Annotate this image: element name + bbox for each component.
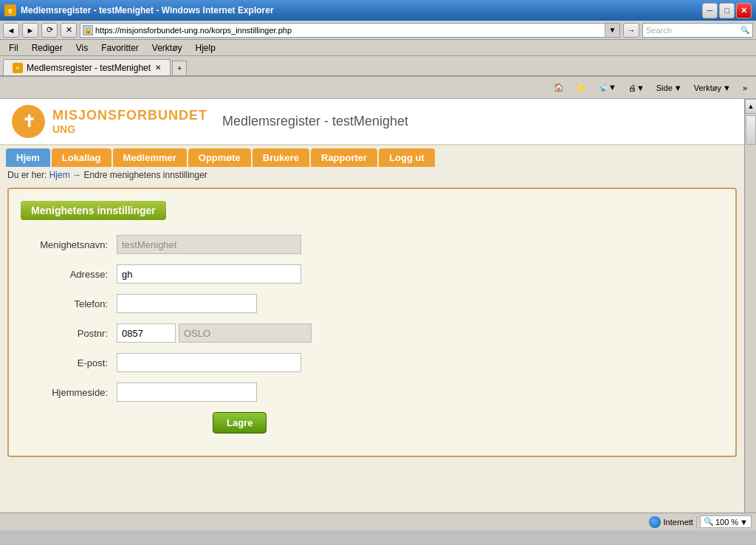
window-controls: ─ □ ✕ xyxy=(702,3,752,18)
menu-bar: Fil Rediger Vis Favoritter Verktøy Hjelp xyxy=(0,40,756,56)
stop-button[interactable]: ✕ xyxy=(61,23,77,38)
page-wrapper: ✝ MISJONSFORBUNDET UNG Medlemsregister -… xyxy=(0,99,744,513)
label-hjemmeside: Hjemmeside: xyxy=(21,387,117,398)
zone-icon xyxy=(649,516,661,528)
forward-button[interactable]: ► xyxy=(22,23,38,38)
url-dropdown[interactable]: ▼ xyxy=(605,24,619,37)
window-icon: e xyxy=(4,4,16,16)
nav-tab-hjem[interactable]: Hjem xyxy=(6,148,50,167)
minimize-button[interactable]: ─ xyxy=(702,3,718,18)
menu-fil[interactable]: Fil xyxy=(3,41,24,55)
input-epost[interactable] xyxy=(117,353,301,372)
browser-content: ▲ ✝ MISJONSFORBUNDET UNG Medlemsregister… xyxy=(0,99,756,513)
breadcrumb-arrow: → xyxy=(72,170,81,180)
browser-tabs-bar: e Medlemsregister - testMenighet ✕ + xyxy=(0,56,756,77)
close-button[interactable]: ✕ xyxy=(736,3,752,18)
input-menighetsnavn[interactable] xyxy=(117,235,301,254)
page-heading: Medlemsregister - testMenighet xyxy=(222,114,408,129)
url-display[interactable]: https://misjonsforbundet-ung.no/korps_in… xyxy=(95,26,605,35)
breadcrumb: Du er her: Hjem → Endre menighetens inns… xyxy=(0,167,744,183)
form-row-menighetsnavn: Menighetsnavn: xyxy=(21,235,724,254)
extend-button[interactable]: » xyxy=(738,82,752,94)
form-row-telefon: Telefon: xyxy=(21,294,724,313)
input-postnr[interactable] xyxy=(117,323,176,343)
go-button[interactable]: → xyxy=(623,23,639,38)
menu-vis[interactable]: Vis xyxy=(70,41,94,55)
label-postnr: Postnr: xyxy=(21,328,117,339)
zoom-level: 100 % xyxy=(715,518,738,527)
nav-tab-logg-ut[interactable]: Logg ut xyxy=(379,148,435,167)
logo-line2: UNG xyxy=(52,123,207,135)
maximize-button[interactable]: □ xyxy=(719,3,735,18)
home-toolbar-button[interactable]: 🏠 xyxy=(549,81,568,94)
window-title: Medlemsregister - testMenighet - Windows… xyxy=(21,5,702,16)
tab-close-icon[interactable]: ✕ xyxy=(155,64,161,72)
logo-icon: ✝ xyxy=(12,105,45,138)
form-row-postnr: Postnr: xyxy=(21,323,724,343)
address-bar: ◄ ► ⟳ ✕ 🔒 https://misjonsforbundet-ung.n… xyxy=(0,21,756,40)
page-button[interactable]: Side ▼ xyxy=(652,82,687,94)
tools-button[interactable]: Verktøy ▼ xyxy=(690,82,735,94)
scroll-up-button[interactable]: ▲ xyxy=(745,99,756,114)
menu-verktoy[interactable]: Verktøy xyxy=(146,41,188,55)
browser-tab-label: Medlemsregister - testMenighet xyxy=(27,63,151,73)
scrollbar-track[interactable]: ▲ xyxy=(744,99,756,513)
nav-tab-lokallag[interactable]: Lokallag xyxy=(52,148,111,167)
form-row-save: Lagre xyxy=(21,412,724,433)
menu-favoritter[interactable]: Favoritter xyxy=(95,41,145,55)
menu-rediger[interactable]: Rediger xyxy=(26,41,69,55)
title-bar: e Medlemsregister - testMenighet - Windo… xyxy=(0,0,756,21)
search-placeholder: Search xyxy=(646,26,740,35)
search-box[interactable]: Search 🔍 xyxy=(642,23,753,38)
toolbar: 🏠 ⭐ 📡▼ 🖨▼ Side ▼ Verktøy ▼ » xyxy=(0,77,756,99)
input-postnr-city xyxy=(179,323,312,343)
search-icon: 🔍 xyxy=(740,26,749,34)
security-icon: 🔒 xyxy=(83,25,93,35)
breadcrumb-home[interactable]: Hjem xyxy=(49,170,70,180)
status-bar: Internett 🔍 100 % ▼ xyxy=(0,513,756,530)
logo-text: MISJONSFORBUNDET UNG xyxy=(52,108,207,135)
postnr-group xyxy=(117,323,312,343)
zoom-dropdown-icon[interactable]: ▼ xyxy=(740,518,748,527)
page-header: ✝ MISJONSFORBUNDET UNG Medlemsregister -… xyxy=(0,99,744,145)
status-divider xyxy=(696,516,697,528)
nav-tabs: Hjem Lokallag Medlemmer Oppmøte Brukere … xyxy=(0,145,744,167)
nav-tab-rapporter[interactable]: Rapporter xyxy=(311,148,377,167)
form-row-hjemmeside: Hjemmeside: xyxy=(21,383,724,402)
settings-form: Menighetsnavn: Adresse: Telefon: Postnr: xyxy=(21,235,724,433)
back-button[interactable]: ◄ xyxy=(3,23,19,38)
tab-favicon: e xyxy=(13,63,23,73)
label-menighetsnavn: Menighetsnavn: xyxy=(21,239,117,250)
refresh-button[interactable]: ⟳ xyxy=(41,23,58,38)
nav-tab-medlemmer[interactable]: Medlemmer xyxy=(113,148,187,167)
print-button[interactable]: 🖨▼ xyxy=(624,82,649,94)
status-right: Internett 🔍 100 % ▼ xyxy=(649,515,752,528)
new-tab-button[interactable]: + xyxy=(172,61,187,75)
form-row-adresse: Adresse: xyxy=(21,264,724,284)
zoom-indicator[interactable]: 🔍 100 % ▼ xyxy=(700,515,752,528)
zoom-icon: 🔍 xyxy=(704,517,714,527)
zone-label: Internett xyxy=(664,518,693,527)
label-epost: E-post: xyxy=(21,357,117,369)
favorites-toolbar-button[interactable]: ⭐ xyxy=(571,81,591,94)
save-button[interactable]: Lagre xyxy=(213,412,267,433)
breadcrumb-prefix: Du er her: xyxy=(7,170,47,180)
nav-tab-oppmate[interactable]: Oppmøte xyxy=(188,148,251,167)
scrollbar-thumb[interactable] xyxy=(746,115,756,145)
menu-hjelp[interactable]: Hjelp xyxy=(190,41,221,55)
input-hjemmeside[interactable] xyxy=(117,383,257,402)
feeds-button[interactable]: 📡▼ xyxy=(594,81,621,94)
main-content: Menighetens innstillinger Menighetsnavn:… xyxy=(7,188,737,457)
form-row-epost: E-post: xyxy=(21,353,724,372)
browser-tab-active[interactable]: e Medlemsregister - testMenighet ✕ xyxy=(3,59,171,75)
nav-tab-brukere[interactable]: Brukere xyxy=(252,148,309,167)
section-title: Menighetens innstillinger xyxy=(21,201,166,220)
input-adresse[interactable] xyxy=(117,264,301,284)
label-telefon: Telefon: xyxy=(21,298,117,309)
logo-line1: MISJONSFORBUNDET xyxy=(52,108,207,123)
label-adresse: Adresse: xyxy=(21,269,117,280)
breadcrumb-current: Endre menighetens innstillinger xyxy=(83,170,207,180)
input-telefon[interactable] xyxy=(117,294,257,313)
